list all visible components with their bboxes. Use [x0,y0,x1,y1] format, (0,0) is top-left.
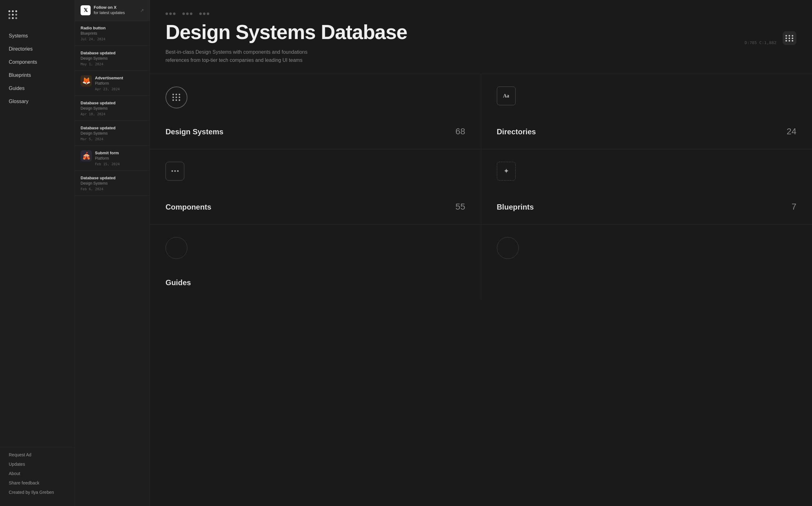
card-bottom-blueprints: Blueprints 7 [497,202,797,212]
feed-item-title-4: Database updated [81,125,144,131]
aa-icon: Aa [503,93,509,99]
feed-item-text-5: Submit form Platform Feb 15, 2024 [95,150,120,166]
sidebar-item-components[interactable]: Components [5,56,70,68]
components-icon [166,162,184,180]
card-label-design-systems: Design Systems [166,128,223,136]
page-header: Design Systems Database Best-in-class De… [166,12,407,64]
card-count-directories: 24 [787,126,796,137]
grid-view-button[interactable] [783,31,796,45]
card-empty-6[interactable] [481,225,812,300]
feed-item-title-1: Database updated [81,50,144,56]
sidebar-item-blueprints[interactable]: Blueprints [5,69,70,81]
three-dots-icon [171,170,179,172]
feed-item-title-2: Advertisement [95,75,123,81]
empty-icon-6 [497,237,519,259]
feed-item-date-6: Feb 6, 2024 [81,187,144,191]
card-directories[interactable]: Aa Directories 24 [481,74,812,149]
request-ad-link[interactable]: Request Ad [9,452,66,457]
card-bottom-directories: Directories 24 [497,126,797,137]
page-description: Best-in-class Design Systems with compon… [166,48,328,64]
feed-item-5[interactable]: 🎪 Submit form Platform Feb 15, 2024 [75,146,150,171]
guides-icon [166,237,187,259]
sidebar-item-guides[interactable]: Guides [5,82,70,94]
feed-item-subtitle-2: Platform [95,81,123,86]
page-title: Design Systems Database [166,21,407,43]
sparkle-icon: ✦ [504,167,509,175]
sidebar: Systems Directories Components Blueprint… [0,0,75,506]
card-label-directories: Directories [497,128,536,136]
feed-item-subtitle-6: Design Systems [81,181,144,186]
feed-item-1[interactable]: Database updated Design Systems May 1, 2… [75,46,150,71]
sidebar-footer: Request Ad Updates About Share feedback … [0,447,75,500]
feed-item-5-content: 🎪 Submit form Platform Feb 15, 2024 [81,150,144,166]
feed-item-title-3: Database updated [81,100,144,106]
x-follow-banner[interactable]: 𝕏 Follow on X for latest updates ↗ [75,0,150,21]
nav-links: Systems Directories Components Blueprint… [0,30,75,442]
card-count-components: 55 [455,202,465,212]
feed-item-3[interactable]: Database updated Design Systems Apr 18, … [75,96,150,121]
feed-item-0[interactable]: Radio button Blueprints Jul 24, 2024 [75,21,150,46]
feed-item-title-6: Database updated [81,175,144,181]
card-bottom-components: Components 55 [166,202,465,212]
sidebar-item-systems[interactable]: Systems [5,30,70,42]
card-components[interactable]: Components 55 [150,149,481,224]
created-by-label: Created by Ilya Greben [9,490,66,495]
feed-item-subtitle-4: Design Systems [81,131,144,136]
card-bottom-design-systems: Design Systems 68 [166,126,465,137]
feed-item-date-2: Apr 23, 2024 [95,87,123,91]
feed-item-icon-5: 🎪 [81,150,92,162]
feed-item-subtitle-5: Platform [95,156,120,161]
blueprints-icon: ✦ [497,162,516,180]
grid-icon [786,35,794,41]
feed-item-4[interactable]: Database updated Design Systems Mar 5, 2… [75,121,150,146]
updates-link[interactable]: Updates [9,461,66,467]
breadcrumb-dots [166,12,209,15]
feed-panel: 𝕏 Follow on X for latest updates ↗ Radio… [75,0,150,506]
design-systems-icon [166,87,187,108]
breadcrumb [166,12,407,15]
feed-item-subtitle-1: Design Systems [81,56,144,61]
x-banner-text: Follow on X for latest updates [94,5,125,16]
card-label-blueprints: Blueprints [497,203,534,212]
external-link-icon: ↗ [140,8,144,13]
card-bottom-guides: Guides [166,278,465,287]
feed-item-icon-2: 🦊 [81,75,92,87]
card-count-design-systems: 68 [455,126,465,137]
feed-item-date-4: Mar 5, 2024 [81,137,144,141]
feed-item-2[interactable]: 🦊 Advertisement Platform Apr 23, 2024 [75,71,150,96]
card-design-systems[interactable]: Design Systems 68 [150,74,481,149]
share-feedback-link[interactable]: Share feedback [9,480,66,485]
card-label-guides: Guides [166,278,191,287]
cards-grid: Design Systems 68 Aa Directories 24 [150,74,812,300]
feed-item-title-5: Submit form [95,150,120,156]
feed-item-date-3: Apr 18, 2024 [81,112,144,116]
feed-item-date-0: Jul 24, 2024 [81,37,144,41]
feed-item-6[interactable]: Database updated Design Systems Feb 6, 2… [75,171,150,196]
page-stats: D:785 C:1,882 [744,40,777,45]
sidebar-item-glossary[interactable]: Glossary [5,96,70,107]
directories-icon: Aa [497,87,516,105]
feed-item-date-5: Feb 15, 2024 [95,162,120,166]
sidebar-item-directories[interactable]: Directories [5,43,70,55]
feed-item-date-1: May 1, 2024 [81,62,144,66]
about-link[interactable]: About [9,471,66,476]
feed-item-text-2: Advertisement Platform Apr 23, 2024 [95,75,123,91]
x-banner-left: 𝕏 Follow on X for latest updates [81,5,125,16]
feed-item-2-content: 🦊 Advertisement Platform Apr 23, 2024 [81,75,144,91]
feed-item-title-0: Radio button [81,25,144,31]
card-count-blueprints: 7 [791,202,796,212]
x-logo: 𝕏 [81,5,91,15]
logo[interactable] [0,6,75,30]
card-blueprints[interactable]: ✦ Blueprints 7 [481,149,812,224]
card-label-components: Components [166,203,211,212]
feed-item-subtitle-0: Blueprints [81,31,144,36]
dotgrid-icon [172,94,181,101]
card-guides[interactable]: Guides [150,225,481,300]
feed-item-subtitle-3: Design Systems [81,106,144,111]
main-content: Design Systems Database Best-in-class De… [150,0,812,506]
